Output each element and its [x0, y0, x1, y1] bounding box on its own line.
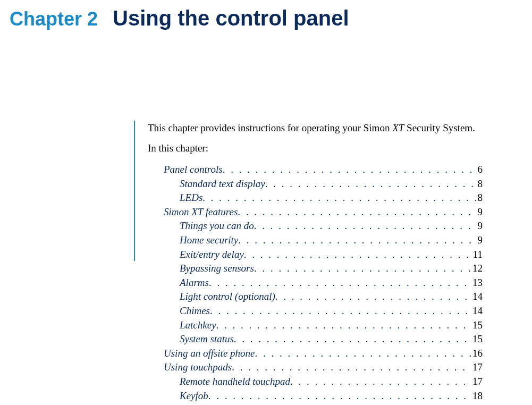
toc-entry-page: 9: [477, 205, 483, 220]
toc-entry[interactable]: Keyfob18: [148, 389, 483, 403]
toc-entry[interactable]: Things you can do9: [148, 219, 483, 233]
toc-entry-page: 13: [471, 276, 483, 290]
toc-entry[interactable]: Using touchpads17: [148, 360, 483, 375]
toc-leader-dots: [254, 261, 471, 276]
toc-entry-label: Remote handheld touchpad: [180, 375, 290, 389]
toc-leader-dots: [244, 248, 472, 262]
toc-leader-dots: [223, 163, 477, 177]
toc-leader-dots: [209, 276, 471, 290]
toc-entry-label: Standard text display: [180, 177, 265, 191]
intro-text-after: Security System.: [404, 122, 475, 133]
toc-entry[interactable]: Latchkey15: [148, 318, 483, 333]
toc-entry[interactable]: Alarms13: [148, 276, 483, 290]
toc-entry-page: 16: [471, 347, 483, 361]
toc-entry-label: Keyfob: [180, 389, 208, 403]
toc-leader-dots: [290, 375, 471, 389]
toc-entry[interactable]: Simon XT features9: [148, 205, 483, 220]
toc-entry-label: Home security: [180, 233, 238, 248]
toc-entry-label: Bypassing sensors: [180, 261, 254, 276]
toc-entry-label: Exit/entry delay: [180, 248, 244, 262]
toc-leader-dots: [210, 304, 471, 318]
toc-entry[interactable]: Remote handheld touchpad17: [148, 375, 483, 389]
toc-entry[interactable]: LEDs8: [148, 191, 483, 205]
toc-entry[interactable]: Home security9: [148, 233, 483, 248]
toc-entry-page: 11: [472, 248, 483, 262]
table-of-contents: Panel controls6Standard text display8LED…: [148, 163, 483, 403]
toc-entry-label: Simon XT features: [164, 205, 238, 220]
toc-entry[interactable]: Bypassing sensors12: [148, 261, 483, 276]
chapter-intro: This chapter provides instructions for o…: [148, 121, 522, 136]
chapter-header: Chapter 2 Using the control panel: [10, 6, 522, 30]
toc-entry[interactable]: Using an offsite phone16: [148, 347, 483, 361]
toc-entry[interactable]: Standard text display8: [148, 177, 483, 191]
toc-entry-page: 8: [477, 191, 483, 205]
toc-leader-dots: [255, 347, 471, 361]
toc-entry-label: Using an offsite phone: [164, 347, 255, 361]
toc-leader-dots: [234, 332, 471, 347]
toc-entry[interactable]: Exit/entry delay11: [148, 248, 483, 262]
toc-entry-label: Panel controls: [164, 163, 223, 177]
toc-entry-page: 9: [477, 233, 483, 248]
intro-text-before: This chapter provides instructions for o…: [148, 122, 392, 133]
toc-entry-page: 14: [471, 290, 483, 304]
toc-entry-page: 8: [477, 177, 483, 191]
toc-entry-page: 6: [477, 163, 483, 177]
toc-entry-page: 15: [471, 332, 483, 347]
toc-entry-label: Things you can do: [180, 219, 254, 233]
toc-entry-label: Light control (optional): [180, 290, 275, 304]
toc-leader-dots: [238, 233, 476, 248]
toc-entry-page: 12: [471, 261, 483, 276]
toc-entry-label: System status: [180, 332, 234, 347]
toc-entry-label: LEDs: [180, 191, 202, 205]
toc-leader-dots: [232, 360, 471, 375]
toc-leader-dots: [238, 205, 476, 220]
vertical-rule: [134, 121, 135, 261]
toc-entry[interactable]: Panel controls6: [148, 163, 483, 177]
toc-entry[interactable]: Light control (optional)14: [148, 290, 483, 304]
toc-leader-dots: [275, 290, 471, 304]
chapter-label: Chapter 2: [10, 8, 98, 30]
toc-entry[interactable]: Chimes14: [148, 304, 483, 318]
toc-leader-dots: [254, 219, 477, 233]
toc-entry[interactable]: System status15: [148, 332, 483, 347]
toc-entry-label: Chimes: [180, 304, 210, 318]
toc-entry-label: Using touchpads: [164, 360, 232, 375]
intro-italic: XT: [392, 122, 404, 133]
toc-entry-page: 18: [471, 389, 483, 403]
toc-entry-page: 9: [477, 219, 483, 233]
chapter-title: Using the control panel: [113, 6, 349, 30]
toc-entry-page: 17: [471, 375, 483, 389]
toc-entry-page: 15: [471, 318, 483, 333]
toc-leader-dots: [216, 318, 471, 333]
toc-entry-label: Alarms: [180, 276, 209, 290]
toc-entry-page: 14: [471, 304, 483, 318]
toc-leader-dots: [265, 177, 477, 191]
toc-leader-dots: [202, 191, 476, 205]
toc-leader-dots: [208, 389, 471, 403]
toc-entry-page: 17: [471, 360, 483, 375]
toc-entry-label: Latchkey: [180, 318, 216, 333]
in-this-chapter: In this chapter:: [148, 141, 522, 156]
